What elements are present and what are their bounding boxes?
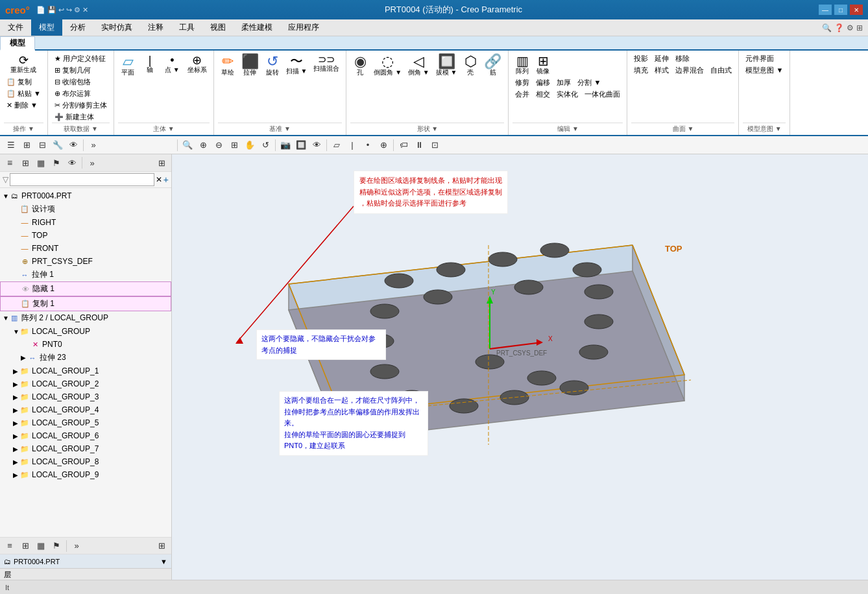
menu-tools[interactable]: 工具 bbox=[171, 19, 202, 36]
local-expand-icon[interactable]: ▼ bbox=[13, 328, 19, 335]
shell-button[interactable]: ⬡ 壳 bbox=[461, 53, 480, 78]
sketch-button[interactable]: ✏ 草绘 bbox=[218, 53, 237, 78]
tree-node-array2[interactable]: ▼ ▥ 阵列 2 / LOCAL_GROUP bbox=[0, 311, 171, 325]
thicken-button[interactable]: 加厚 bbox=[554, 77, 573, 88]
component-interface-button[interactable]: 元件界面 bbox=[743, 53, 786, 64]
tree-icon-btn[interactable]: ⊞ bbox=[18, 156, 32, 170]
mirror-button[interactable]: ⊞ 镜像 bbox=[533, 53, 553, 77]
tree-node-local-group-6[interactable]: ▶ 📁 LOCAL_GROUP_6 bbox=[0, 429, 171, 442]
regenerate-button[interactable]: ⟳ 重新生成 bbox=[8, 53, 39, 75]
clear-search-icon[interactable]: ✕ bbox=[156, 175, 162, 184]
menu-annotation[interactable]: 注释 bbox=[140, 19, 171, 36]
delete-button[interactable]: ✕ 删除 ▼ bbox=[4, 100, 43, 111]
bool-button[interactable]: ⊕ 布尔运算 bbox=[52, 88, 110, 99]
blend-button[interactable]: ⊃⊃ 扫描混合 bbox=[311, 53, 342, 78]
add-item-icon[interactable]: + bbox=[163, 174, 169, 185]
draft-button[interactable]: 🔲 拔模 ▼ bbox=[433, 53, 460, 78]
extrude-button[interactable]: ⬛ 拉伸 bbox=[239, 53, 261, 78]
copy-button[interactable]: 📋 复制 bbox=[4, 77, 43, 88]
tree-cols-btn[interactable]: ⊞ bbox=[18, 539, 32, 553]
list-view-btn[interactable]: ☰ bbox=[4, 138, 18, 152]
hole-button[interactable]: ◉ 孔 bbox=[350, 53, 370, 78]
tree-more-btn[interactable]: » bbox=[85, 156, 99, 170]
tree-node-extrude1[interactable]: ↔ 拉伸 1 bbox=[0, 268, 171, 281]
plane-button[interactable]: ▱ 平面 bbox=[118, 53, 138, 78]
user-feature-button[interactable]: ★ 用户定义特征 bbox=[52, 53, 110, 64]
offset-button[interactable]: 偏移 bbox=[533, 77, 553, 88]
tree-node-extrude23[interactable]: ▶ ↔ 拉伸 23 bbox=[0, 351, 171, 364]
expand-view-btn[interactable]: ⊡ bbox=[428, 138, 442, 152]
copy-geom-button[interactable]: ⊞ 复制几何 bbox=[52, 65, 110, 76]
tree-filter-btn[interactable]: ⚑ bbox=[49, 539, 64, 553]
tree-node-local-group-2[interactable]: ▶ 📁 LOCAL_GROUP_2 bbox=[0, 377, 171, 390]
extend-button[interactable]: 延伸 bbox=[652, 53, 671, 64]
zoom-in-btn[interactable]: ⊕ bbox=[196, 138, 210, 152]
close-button[interactable]: ✕ bbox=[850, 5, 863, 15]
collapse-btn[interactable]: ⊟ bbox=[35, 138, 49, 152]
tree-search-input[interactable] bbox=[10, 173, 154, 186]
project-button[interactable]: 投影 bbox=[631, 53, 651, 64]
menu-simulation[interactable]: 实时仿真 bbox=[93, 19, 140, 36]
tree-node-local-group[interactable]: ▼ 📁 LOCAL_GROUP bbox=[0, 325, 171, 338]
tree-node-hidden1[interactable]: 👁 隐藏 1 bbox=[0, 281, 171, 296]
tree-eye-btn[interactable]: 👁 bbox=[65, 156, 79, 170]
tree-list-btn[interactable]: ≡ bbox=[3, 156, 17, 170]
minimize-button[interactable]: — bbox=[819, 5, 832, 15]
tree-node-prt-csys[interactable]: ⊕ PRT_CSYS_DEF bbox=[0, 255, 171, 268]
array-button[interactable]: ▥ 阵列 bbox=[512, 53, 532, 77]
tree-settings-btn[interactable]: 🔧 bbox=[51, 138, 65, 152]
tree-node-design[interactable]: 📋 设计项 bbox=[0, 202, 171, 216]
extrude23-expand-icon[interactable]: ▶ bbox=[21, 354, 27, 361]
datum-axes-btn[interactable]: | bbox=[345, 138, 359, 152]
tree-node-front[interactable]: — FRONT bbox=[0, 242, 171, 255]
tree-layers-btn[interactable]: ≡ bbox=[3, 539, 17, 553]
csys-button[interactable]: ⊕ 坐标系 bbox=[185, 53, 210, 78]
show-items-btn[interactable]: 👁 bbox=[66, 138, 80, 152]
style-button[interactable]: 样式 bbox=[652, 65, 671, 76]
tree-settings-btn2[interactable]: ▦ bbox=[34, 539, 48, 553]
pause-btn[interactable]: ⏸ bbox=[412, 138, 426, 152]
fill-button[interactable]: 填充 bbox=[631, 65, 651, 76]
solidify-button[interactable]: 实体化 bbox=[554, 89, 581, 100]
tree-expand2-btn[interactable]: ⊞ bbox=[154, 539, 169, 553]
model-intent-button[interactable]: 模型意图 ▼ bbox=[743, 65, 786, 76]
menu-flexible[interactable]: 柔性建模 bbox=[234, 19, 280, 36]
tree-node-top[interactable]: — TOP bbox=[0, 229, 171, 242]
csys-btn[interactable]: ⊕ bbox=[376, 138, 391, 152]
point-button[interactable]: • 点 ▼ bbox=[162, 53, 182, 78]
menu-apps[interactable]: 应用程序 bbox=[280, 19, 327, 36]
sweep-button[interactable]: 〜 扫描 ▼ bbox=[283, 53, 310, 78]
trim-button[interactable]: 修剪 bbox=[512, 77, 532, 88]
tree-node-right[interactable]: — RIGHT bbox=[0, 216, 171, 229]
zoom-area-btn[interactable]: ⊞ bbox=[227, 138, 241, 152]
saved-views-btn[interactable]: 📷 bbox=[278, 138, 293, 152]
more-btn[interactable]: » bbox=[86, 138, 101, 152]
tree-node-local-group-4[interactable]: ▶ 📁 LOCAL_GROUP_4 bbox=[0, 403, 171, 416]
tab-model[interactable]: 模型 bbox=[0, 36, 35, 51]
menu-file[interactable]: 文件 bbox=[0, 19, 31, 36]
spin-btn[interactable]: ↺ bbox=[258, 138, 272, 152]
shrinkwrap-button[interactable]: ⊟ 收缩包络 bbox=[52, 77, 110, 88]
zoom-btn[interactable]: 🔍 bbox=[180, 138, 195, 152]
maximize-button[interactable]: □ bbox=[834, 5, 847, 15]
remove-button[interactable]: 移除 bbox=[673, 53, 692, 64]
tree-flag-btn[interactable]: ⚑ bbox=[49, 156, 64, 170]
prt-dropdown-icon[interactable]: ▼ bbox=[160, 558, 167, 565]
tree-node-local-group-1[interactable]: ▶ 📁 LOCAL_GROUP_1 bbox=[0, 364, 171, 377]
viewport[interactable]: X Y PRT_CSYS_DEF FRONT TOP 要在绘图区域选择复制线条，… bbox=[172, 154, 868, 594]
tree-node-pnt0[interactable]: ✕ PNT0 bbox=[0, 338, 171, 351]
boundary-button[interactable]: 边界混合 bbox=[673, 65, 706, 76]
tree-node-prt0004[interactable]: ▼ 🗂 PRT0004.PRT bbox=[0, 189, 171, 202]
split-button[interactable]: ✂ 分割/修剪主体 bbox=[52, 100, 110, 111]
new-body-button[interactable]: ➕ 新建主体 bbox=[52, 112, 110, 123]
freeform-button[interactable]: 自由式 bbox=[708, 65, 734, 76]
tree-node-local-group-7[interactable]: ▶ 📁 LOCAL_GROUP_7 bbox=[0, 442, 171, 455]
pan-btn[interactable]: ✋ bbox=[243, 138, 257, 152]
tree-node-local-group-8[interactable]: ▶ 📁 LOCAL_GROUP_8 bbox=[0, 455, 171, 468]
datum-points-btn[interactable]: • bbox=[361, 138, 375, 152]
tree-expand-all-btn[interactable]: ⊞ bbox=[154, 156, 169, 170]
axis-button[interactable]: | 轴 bbox=[140, 53, 160, 78]
fillet-button[interactable]: ◁ 倒角 ▼ bbox=[405, 53, 432, 78]
tree-more2-btn[interactable]: » bbox=[69, 539, 84, 553]
unified-button[interactable]: 一体化曲面 bbox=[582, 89, 623, 100]
